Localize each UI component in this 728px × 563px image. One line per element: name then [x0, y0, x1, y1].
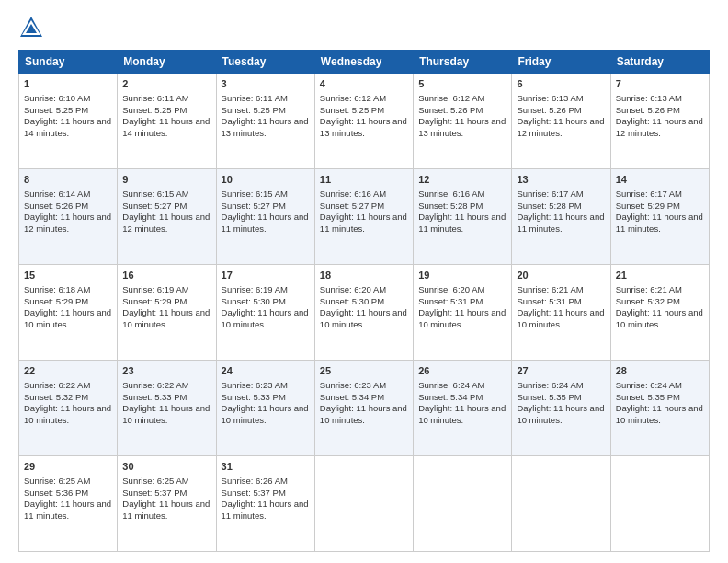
day-cell: 14Sunrise: 6:17 AMSunset: 5:29 PMDayligh… — [610, 169, 709, 265]
day-number: 21 — [616, 269, 704, 282]
daylight-text: Daylight: 11 hours and 10 minutes. — [517, 403, 605, 427]
sunrise-text: Sunrise: 6:14 AM — [24, 189, 112, 201]
sunrise-text: Sunrise: 6:25 AM — [24, 476, 112, 488]
day-cell: 26Sunrise: 6:24 AMSunset: 5:34 PMDayligh… — [414, 361, 512, 456]
week-row: 29Sunrise: 6:25 AMSunset: 5:36 PMDayligh… — [19, 456, 710, 552]
sunrise-text: Sunrise: 6:25 AM — [122, 476, 210, 488]
header-cell-wednesday: Wednesday — [314, 51, 413, 74]
top-section — [18, 15, 710, 40]
header-cell-tuesday: Tuesday — [216, 51, 314, 74]
day-cell: 3Sunrise: 6:11 AMSunset: 5:25 PMDaylight… — [216, 74, 314, 169]
daylight-text: Daylight: 11 hours and 10 minutes. — [320, 403, 408, 427]
header-cell-friday: Friday — [512, 51, 610, 74]
sunrise-text: Sunrise: 6:26 AM — [222, 476, 310, 488]
day-number: 2 — [122, 77, 210, 91]
day-cell: 17Sunrise: 6:19 AMSunset: 5:30 PMDayligh… — [216, 265, 314, 361]
week-row: 1Sunrise: 6:10 AMSunset: 5:25 PMDaylight… — [19, 74, 710, 169]
day-number: 19 — [418, 269, 506, 282]
sunset-text: Sunset: 5:32 PM — [616, 296, 704, 308]
day-number: 8 — [24, 173, 112, 187]
sunrise-text: Sunrise: 6:22 AM — [122, 380, 210, 392]
daylight-text: Daylight: 11 hours and 11 minutes. — [517, 212, 605, 236]
day-number: 20 — [517, 269, 605, 282]
day-cell — [610, 456, 709, 552]
sunset-text: Sunset: 5:28 PM — [418, 201, 506, 213]
day-cell: 6Sunrise: 6:13 AMSunset: 5:26 PMDaylight… — [512, 74, 610, 169]
daylight-text: Daylight: 11 hours and 11 minutes. — [222, 212, 310, 236]
sunrise-text: Sunrise: 6:23 AM — [222, 380, 310, 392]
day-number: 16 — [122, 269, 210, 282]
daylight-text: Daylight: 11 hours and 12 minutes. — [616, 116, 704, 140]
day-cell: 16Sunrise: 6:19 AMSunset: 5:29 PMDayligh… — [118, 265, 216, 361]
sunset-text: Sunset: 5:29 PM — [122, 296, 210, 308]
daylight-text: Daylight: 11 hours and 11 minutes. — [24, 499, 112, 523]
sunset-text: Sunset: 5:28 PM — [517, 201, 605, 213]
daylight-text: Daylight: 11 hours and 11 minutes. — [222, 499, 310, 523]
sunrise-text: Sunrise: 6:20 AM — [418, 284, 506, 296]
sunset-text: Sunset: 5:33 PM — [222, 392, 310, 404]
day-cell: 4Sunrise: 6:12 AMSunset: 5:25 PMDaylight… — [314, 74, 413, 169]
day-cell: 9Sunrise: 6:15 AMSunset: 5:27 PMDaylight… — [118, 169, 216, 265]
day-cell: 20Sunrise: 6:21 AMSunset: 5:31 PMDayligh… — [512, 265, 610, 361]
daylight-text: Daylight: 11 hours and 10 minutes. — [616, 403, 704, 427]
day-number: 3 — [222, 77, 310, 91]
calendar-table: SundayMondayTuesdayWednesdayThursdayFrid… — [18, 50, 710, 552]
day-number: 27 — [517, 364, 605, 378]
sunset-text: Sunset: 5:34 PM — [418, 392, 506, 404]
day-cell: 2Sunrise: 6:11 AMSunset: 5:25 PMDaylight… — [118, 74, 216, 169]
daylight-text: Daylight: 11 hours and 10 minutes. — [418, 403, 506, 427]
page: SundayMondayTuesdayWednesdayThursdayFrid… — [0, 0, 728, 563]
day-number: 1 — [24, 77, 112, 91]
header-cell-sunday: Sunday — [19, 51, 118, 74]
daylight-text: Daylight: 11 hours and 10 minutes. — [320, 307, 408, 331]
day-cell — [512, 456, 610, 552]
day-cell: 11Sunrise: 6:16 AMSunset: 5:27 PMDayligh… — [314, 169, 413, 265]
day-number: 26 — [418, 364, 506, 378]
daylight-text: Daylight: 11 hours and 11 minutes. — [320, 212, 408, 236]
day-cell: 7Sunrise: 6:13 AMSunset: 5:26 PMDaylight… — [610, 74, 709, 169]
day-cell — [314, 456, 413, 552]
day-number: 29 — [24, 460, 112, 474]
sunset-text: Sunset: 5:31 PM — [418, 296, 506, 308]
day-number: 14 — [616, 173, 704, 187]
daylight-text: Daylight: 11 hours and 10 minutes. — [122, 403, 210, 427]
daylight-text: Daylight: 11 hours and 12 minutes. — [24, 212, 112, 236]
daylight-text: Daylight: 11 hours and 11 minutes. — [616, 212, 704, 236]
day-cell: 8Sunrise: 6:14 AMSunset: 5:26 PMDaylight… — [19, 169, 118, 265]
sunrise-text: Sunrise: 6:24 AM — [418, 380, 506, 392]
daylight-text: Daylight: 11 hours and 10 minutes. — [24, 307, 112, 331]
sunrise-text: Sunrise: 6:12 AM — [418, 93, 506, 105]
sunset-text: Sunset: 5:27 PM — [320, 201, 408, 213]
sunrise-text: Sunrise: 6:21 AM — [616, 284, 704, 296]
sunrise-text: Sunrise: 6:15 AM — [222, 189, 310, 201]
sunset-text: Sunset: 5:29 PM — [24, 296, 112, 308]
day-number: 6 — [517, 77, 605, 91]
daylight-text: Daylight: 11 hours and 11 minutes. — [122, 499, 210, 523]
day-cell: 24Sunrise: 6:23 AMSunset: 5:33 PMDayligh… — [216, 361, 314, 456]
logo — [18, 15, 50, 40]
sunrise-text: Sunrise: 6:24 AM — [517, 380, 605, 392]
day-number: 28 — [616, 364, 704, 378]
week-row: 15Sunrise: 6:18 AMSunset: 5:29 PMDayligh… — [19, 265, 710, 361]
sunrise-text: Sunrise: 6:11 AM — [222, 93, 310, 105]
daylight-text: Daylight: 11 hours and 14 minutes. — [122, 116, 210, 140]
day-number: 11 — [320, 173, 408, 187]
sunset-text: Sunset: 5:27 PM — [222, 201, 310, 213]
sunset-text: Sunset: 5:25 PM — [222, 105, 310, 117]
day-cell: 28Sunrise: 6:24 AMSunset: 5:35 PMDayligh… — [610, 361, 709, 456]
day-number: 7 — [616, 77, 704, 91]
sunrise-text: Sunrise: 6:23 AM — [320, 380, 408, 392]
day-cell: 18Sunrise: 6:20 AMSunset: 5:30 PMDayligh… — [314, 265, 413, 361]
sunrise-text: Sunrise: 6:10 AM — [24, 93, 112, 105]
sunset-text: Sunset: 5:37 PM — [222, 488, 310, 500]
day-number: 15 — [24, 269, 112, 282]
day-cell: 12Sunrise: 6:16 AMSunset: 5:28 PMDayligh… — [414, 169, 512, 265]
header-cell-saturday: Saturday — [610, 51, 709, 74]
day-cell: 31Sunrise: 6:26 AMSunset: 5:37 PMDayligh… — [216, 456, 314, 552]
day-cell: 5Sunrise: 6:12 AMSunset: 5:26 PMDaylight… — [414, 74, 512, 169]
day-cell: 19Sunrise: 6:20 AMSunset: 5:31 PMDayligh… — [414, 265, 512, 361]
week-row: 8Sunrise: 6:14 AMSunset: 5:26 PMDaylight… — [19, 169, 710, 265]
sunrise-text: Sunrise: 6:16 AM — [320, 189, 408, 201]
sunrise-text: Sunrise: 6:17 AM — [616, 189, 704, 201]
header-cell-monday: Monday — [118, 51, 216, 74]
